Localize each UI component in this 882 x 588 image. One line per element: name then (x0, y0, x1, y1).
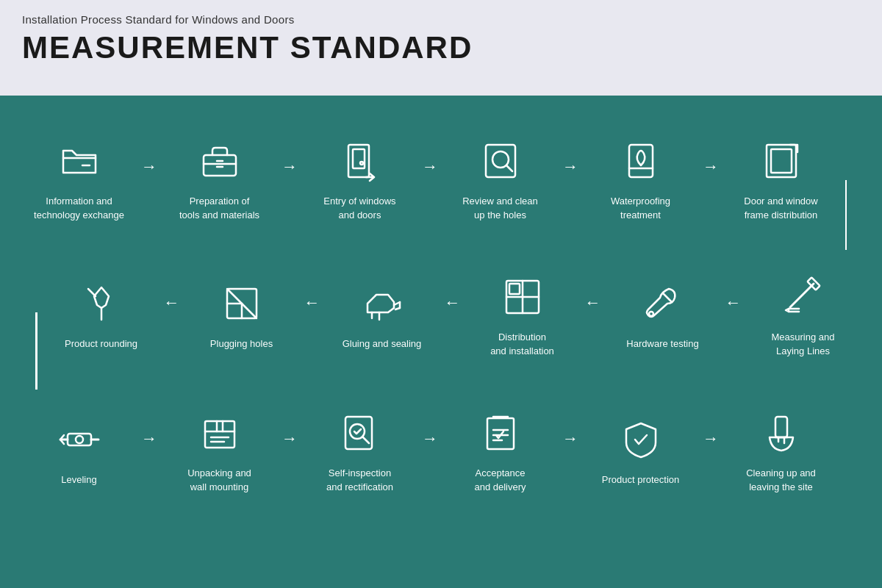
svg-rect-10 (486, 145, 515, 177)
square-corner-icon (215, 277, 268, 330)
arrow-2: → (276, 157, 303, 176)
step-unpacking: Unpacking andwall mounting (162, 406, 276, 493)
svg-rect-7 (353, 149, 365, 168)
pencil-ruler-icon (777, 270, 830, 323)
arrow-7-rev: → (579, 293, 606, 312)
magnifier-icon (474, 135, 527, 187)
svg-point-41 (76, 436, 83, 443)
arrow-1: → (136, 157, 162, 176)
svg-rect-57 (775, 417, 787, 437)
step-rounding: Product rounding (44, 277, 158, 351)
arrow-8-rev: → (439, 293, 465, 312)
svg-line-51 (362, 437, 369, 443)
header-title: MEASUREMENT STANDARD (22, 30, 860, 65)
v-connector-right (845, 180, 847, 250)
svg-rect-2 (204, 155, 236, 176)
shield-check-icon (614, 413, 667, 466)
arrow-15: → (698, 429, 724, 448)
step-acceptance: Acceptanceand delivery (443, 406, 557, 493)
step-distribution: Distributionand installation (465, 270, 579, 357)
svg-line-17 (790, 284, 814, 307)
arrow-14: → (557, 429, 584, 448)
step-hardware: Hardware testing (606, 277, 720, 351)
svg-line-38 (88, 289, 96, 296)
svg-marker-21 (786, 309, 789, 312)
door-entry-icon (334, 135, 387, 187)
toolbox-icon (193, 135, 246, 187)
main-content: Information andtechnology exchange → Pre… (0, 96, 882, 588)
svg-line-23 (663, 293, 672, 302)
pin-icon (75, 277, 128, 330)
step-entry-windows: Entry of windowsand doors (303, 135, 417, 221)
header: Installation Process Standard for Window… (0, 0, 882, 96)
step-review-holes: Review and cleanup the holes (443, 135, 557, 221)
step-waterproofing: Waterproofingtreatment (584, 135, 698, 221)
magnifier-check-icon (334, 406, 387, 459)
svg-rect-27 (509, 284, 520, 294)
svg-line-30 (395, 308, 400, 309)
step-plugging: Plugging holes (184, 277, 298, 351)
step-self-inspect: Self-inspectionand rectification (303, 406, 417, 493)
package-icon (193, 406, 246, 459)
broom-icon (755, 406, 808, 459)
step-gluing: Gluing and sealing (325, 277, 439, 351)
arrow-12: → (276, 429, 303, 448)
step-protection: Product protection (584, 413, 698, 487)
glue-gun-icon (356, 277, 409, 330)
svg-rect-13 (629, 145, 653, 177)
header-subtitle: Installation Process Standard for Window… (22, 13, 860, 26)
arrow-10-rev: → (158, 293, 184, 312)
step-frame-dist: Door and windowframe distribution (724, 135, 838, 221)
arrow-9-rev: → (298, 293, 325, 312)
arrow-6-rev: → (720, 293, 746, 312)
svg-rect-16 (771, 149, 792, 173)
svg-point-9 (360, 162, 363, 165)
svg-line-12 (506, 165, 512, 171)
arrow-4: → (557, 157, 584, 176)
clipboard-check-icon (474, 406, 527, 459)
step-tools-prep: Preparation oftools and materials (162, 135, 276, 221)
grid-panel-icon (496, 270, 549, 323)
arrow-11: → (136, 429, 162, 448)
frame-icon (755, 135, 808, 187)
arrow-3: → (417, 157, 443, 176)
svg-point-22 (649, 312, 653, 316)
step-cleanup: Cleaning up andleaving the site (724, 406, 838, 493)
v-start-3 (35, 382, 37, 390)
arrow-13: → (417, 429, 443, 448)
svg-rect-52 (487, 418, 514, 449)
waterproof-icon (614, 135, 667, 187)
wrench-icon (637, 277, 689, 330)
step-info-tech: Information andtechnology exchange (22, 135, 136, 221)
v-connector-left (35, 312, 37, 382)
arrow-5: → (698, 157, 724, 176)
step-measuring: Measuring andLaying Lines (746, 270, 860, 357)
step-leveling: Leveling (22, 413, 136, 487)
level-icon (53, 413, 106, 466)
folder-icon (53, 135, 106, 187)
svg-rect-43 (205, 421, 234, 448)
